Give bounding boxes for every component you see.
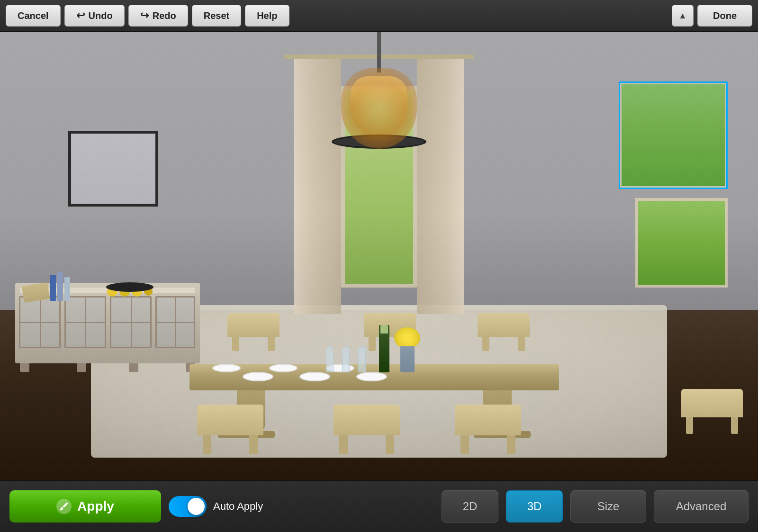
room-background <box>0 32 758 480</box>
sideboard-door-1 <box>19 296 61 348</box>
cancel-button[interactable]: Cancel <box>6 5 61 27</box>
chair-front-3 <box>455 405 521 435</box>
place-settings-front <box>243 372 387 381</box>
cancel-label: Cancel <box>18 10 49 21</box>
help-button[interactable]: Help <box>245 5 289 27</box>
chair-front-2 <box>334 405 400 435</box>
chair-right-end <box>681 389 743 417</box>
redo-button[interactable]: ↪ Redo <box>128 5 188 27</box>
flower-vase <box>394 327 420 372</box>
done-label: Done <box>713 10 737 21</box>
undo-label: Undo <box>89 10 113 21</box>
art-frame[interactable] <box>68 131 158 207</box>
apply-button[interactable]: Apply <box>9 490 161 523</box>
collapse-button[interactable]: ▲ <box>672 5 694 27</box>
sideboard-door-2 <box>64 296 106 348</box>
sideboard-door-3 <box>110 296 152 348</box>
size-button[interactable]: Size <box>570 490 646 523</box>
paint-icon <box>59 501 69 512</box>
undo-button[interactable]: ↩ Undo <box>64 5 125 27</box>
advanced-label: Advanced <box>676 500 727 513</box>
chandelier-chain <box>377 32 381 72</box>
chair-back-1 <box>227 313 280 337</box>
undo-icon: ↩ <box>76 9 85 22</box>
apply-icon <box>56 499 72 514</box>
books-decoration <box>23 272 70 301</box>
help-label: Help <box>257 10 277 21</box>
advanced-button[interactable]: Advanced <box>654 490 749 523</box>
sideboard-door-4 <box>155 296 195 348</box>
fruit-bowl <box>106 278 153 297</box>
window-right-bottom[interactable] <box>635 198 728 288</box>
reset-label: Reset <box>204 10 229 21</box>
view-2d-label: 2D <box>463 500 478 513</box>
view-3d-label: 3D <box>527 500 542 513</box>
done-button[interactable]: Done <box>697 5 752 27</box>
apply-label: Apply <box>77 499 114 514</box>
wine-bottle <box>379 325 389 372</box>
chair-front-1 <box>197 405 263 435</box>
auto-apply-toggle[interactable] <box>169 496 207 517</box>
wine-glasses <box>326 346 366 372</box>
chair-back-3 <box>478 313 530 337</box>
scene-viewport[interactable] <box>0 32 758 480</box>
top-toolbar: Cancel ↩ Undo ↪ Redo Reset Help ▲ Done <box>0 0 758 32</box>
window-right-top[interactable] <box>619 81 728 189</box>
collapse-icon: ▲ <box>678 11 687 21</box>
size-label: Size <box>597 500 620 513</box>
redo-icon: ↪ <box>140 9 149 22</box>
auto-apply-label: Auto Apply <box>213 500 263 513</box>
toggle-knob <box>188 498 205 515</box>
auto-apply-section: Auto Apply <box>169 496 263 517</box>
reset-button[interactable]: Reset <box>192 5 241 27</box>
redo-label: Redo <box>153 10 176 21</box>
bottom-toolbar: Apply Auto Apply 2D 3D Size Advanced <box>0 480 758 532</box>
view-2d-button[interactable]: 2D <box>442 490 498 523</box>
view-3d-button[interactable]: 3D <box>506 490 563 523</box>
chandelier-body <box>332 68 426 149</box>
